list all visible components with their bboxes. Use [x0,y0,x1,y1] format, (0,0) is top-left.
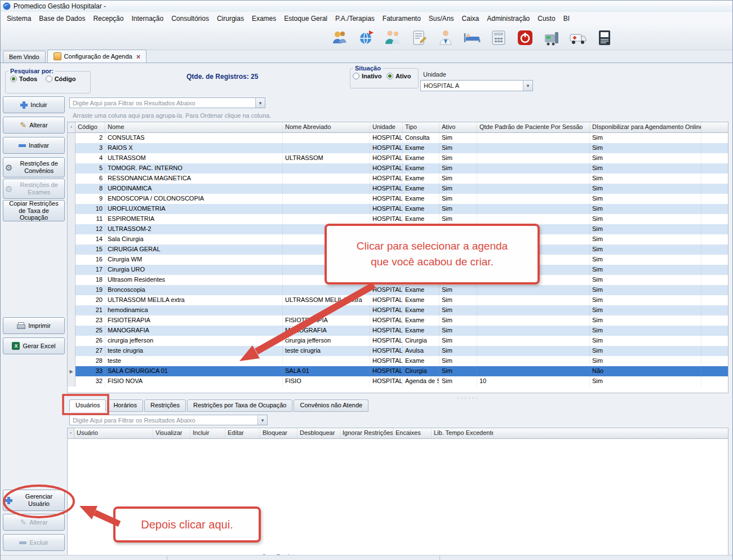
table-row[interactable]: 6RESSONANCIA MAGNETICAHOSPITALExameSimSi… [68,174,728,184]
table-row[interactable]: 21hemodinamicaHOSPITALExameSimSim [68,305,728,315]
close-tab-icon[interactable]: × [136,53,141,60]
menu-item-estoque-geral[interactable]: Estoque Geral [280,13,331,24]
menu-item-exames[interactable]: Exames [248,13,280,24]
column-header-bloquear[interactable]: Bloquear [260,428,297,438]
cell: HOSPITAL [370,366,403,376]
radio-inativo[interactable]: Inativo [353,73,381,79]
gerar-excel-button[interactable]: Gerar Excel [3,337,65,354]
column-header-tipo[interactable]: Tipo [403,122,439,132]
cell: Sala Cirurgia [105,234,283,245]
equipment-icon[interactable] [542,28,561,47]
column-header-ativo[interactable]: Ativo [439,122,477,132]
chevron-down-icon[interactable]: ▾ [523,81,532,91]
menu-item-p-a-terapias[interactable]: P.A./Terapias [331,13,379,24]
menu-item-cirurgias[interactable]: Cirurgias [213,13,248,24]
table-row[interactable]: 23FISIOTERAPIAFISIOTERAPIAHOSPITALExameS… [68,315,728,326]
cell: 15 [75,245,105,255]
billing-icon[interactable] [489,28,508,47]
column-header-nome-abreviado[interactable]: Nome Abreviado [283,122,370,132]
table-row[interactable]: 11ESPIROMETRIAHOSPITALExameSimSim [68,214,728,224]
column-header-nome[interactable]: Nome [105,122,283,132]
gerenciar-usuario-button[interactable]: Gerenciar Usuário [3,490,65,511]
splitter[interactable]: ······ [434,394,502,401]
column-header-desbloquear[interactable]: Desbloquear [297,428,340,438]
menu-item-recep-o[interactable]: Recepção [89,13,127,24]
table-row[interactable]: 26cirurgia jeffersoncirurgia jeffersonHO… [68,336,728,346]
alterar-button[interactable]: Alterar [3,117,65,134]
table-row[interactable]: 8URODINAMICAHOSPITALExameSimSim [68,184,728,194]
radio-ativo[interactable]: Ativo [387,73,411,79]
chevron-down-icon[interactable]: ▾ [255,98,265,108]
table-row[interactable]: 10UROFLUXOMETRIAHOSPITALExameSimSim [68,204,728,214]
column-header-lib-tempo-excedente[interactable]: Lib. Tempo Excedente [432,428,494,438]
menu-item-caixa[interactable]: Caixa [458,13,483,24]
menu-item-bi[interactable]: BI [559,13,574,24]
tab-configuracao-de-agenda[interactable]: Configuração de Agenda × [47,50,147,63]
table-row[interactable]: 20ULTRASSOM MELILA extraULTRASSOM MELILA… [68,295,728,305]
imprimir-button[interactable]: Imprimir [3,317,65,334]
column-header-ignorar-restri-es[interactable]: Ignorar Restrições [340,428,393,438]
tab-bem-vindo[interactable]: Bem Vindo [3,51,46,63]
copiar-restricoes-button[interactable]: Copiar Restrições de Taxa de Ocupação [3,200,65,221]
users-icon[interactable] [330,28,349,47]
grid-filter-input[interactable]: Digite Aqui para Filtrar os Resultados A… [69,97,265,108]
menu-item-interna-o[interactable]: Internação [127,13,167,24]
column-header-unidade[interactable]: Unidade [370,122,403,132]
medical-team-icon[interactable] [383,28,402,47]
table-row[interactable]: 9ENDOSCOPIA / COLONOSCOPIAHOSPITALExameS… [68,194,728,204]
radio-inativo-label: Inativo [362,73,381,79]
restricoes-convenios-button[interactable]: Restrições de Convênios [3,157,65,177]
table-row[interactable]: 2CONSULTASHOSPITALConsultaSimSim [68,133,728,143]
column-header-encaixes[interactable]: Encaixes [393,428,432,438]
column-header-editar[interactable]: Editar [225,428,260,438]
menu-item-faturamento[interactable]: Faturamento [379,13,425,24]
table-row[interactable]: 3RAIOS XHOSPITALExameSimSim [68,143,728,153]
prescription-icon[interactable] [410,28,429,47]
radio-codigo[interactable]: Código [46,75,76,82]
tab-conv-nios-n-o-atende[interactable]: Convênios não Atende [294,399,368,412]
incluir-button[interactable]: Incluir [3,96,65,113]
column-header-c-digo[interactable]: Código [75,122,105,132]
column-header-disponibilizar-para-agendamento-online[interactable]: DIsponibilizar para Agendamento Online [590,122,701,132]
hospital-bed-icon[interactable] [463,28,482,47]
doctor-icon[interactable] [436,28,455,47]
restricoes-exames-label: Restrições de Exames [15,181,63,195]
table-row[interactable]: 32FISIO NOVAFISIOHOSPITALAgenda de SSim1… [68,376,728,386]
tab-hor-rios[interactable]: Horários [107,399,143,412]
table-row[interactable]: 25MANOGRAFIAMANOGRAFIAHOSPITALExameSimSi… [68,326,728,336]
inativar-button[interactable]: Inativar [3,137,65,154]
chevron-down-icon[interactable]: ▾ [257,415,267,425]
table-row[interactable]: 4ULTRASSOMULTRASSOMHOSPITALExameSimSim [68,153,728,163]
reports-icon[interactable] [595,28,614,47]
column-header-qtde-padr-o-de-paciente-por-sess-o[interactable]: Qtde Padrão de Paciente Por Sessão [477,122,590,132]
radio-todos[interactable]: Todos [10,75,37,82]
menu-item-custo[interactable]: Custo [534,13,559,24]
menu-item-sus-ans[interactable]: Sus/Ans [425,13,458,24]
tab-restri-es[interactable]: Restrições [144,399,186,412]
cell: Exame [403,194,439,204]
table-row[interactable]: 28testeHOSPITALExameSimSim [68,356,728,366]
users-filter-input[interactable]: Digite Aqui para Filtrar os Resultados A… [69,415,268,425]
menu-item-sistema[interactable]: Sistema [3,13,35,24]
cell: HOSPITAL [370,346,403,356]
title-bar: Promedico Gestão Hospitalar - [1,1,732,12]
tab-usu-rios[interactable]: Usuários [69,399,106,412]
table-row[interactable]: 19BroncoscopiaHOSPITALExameSimSim [68,285,728,295]
table-row[interactable]: ▶33SALA CIRURGICA 01SALA 01HOSPITALCirur… [68,366,728,376]
unit-select[interactable]: HOSPITAL A ▾ [420,80,533,91]
column-header-visualizar[interactable]: Visualizar [153,428,190,438]
ambulance-icon[interactable] [568,28,588,47]
online-sync-icon[interactable] [357,28,376,47]
column-header-usu-rio[interactable]: Usuário [74,428,153,438]
menu-item-base-de-dados[interactable]: Base de Dados [35,13,89,24]
callout2-text: Depois clicar aqui. [141,517,233,533]
menu-item-consult-rios[interactable]: Consultórios [167,13,213,24]
status-bar [1,555,732,560]
cell: 2 [75,133,105,143]
table-row[interactable]: 27teste cirugriateste cirugriaHOSPITALAv… [68,346,728,356]
power-icon[interactable] [516,28,535,47]
menu-item-administra-o[interactable]: Administração [483,13,534,24]
column-header-incluir[interactable]: Incluir [190,428,225,438]
tab-restri-es-por-taxa-de-ocupa-o[interactable]: Restrições por Taxa de Ocupação [187,399,293,412]
table-row[interactable]: 5TOMOGR. PAC. INTERNOHOSPITALExameSimSim [68,163,728,174]
